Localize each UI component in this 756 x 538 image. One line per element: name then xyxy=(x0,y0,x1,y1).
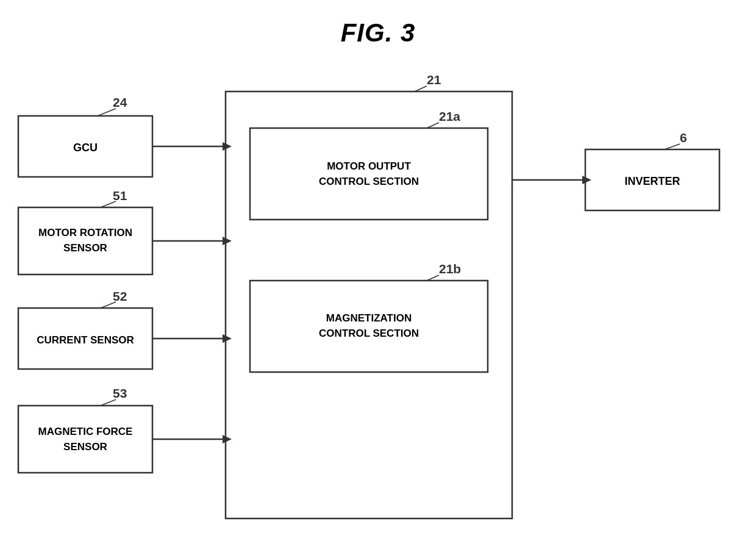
svg-text:6: 6 xyxy=(680,131,687,145)
svg-line-20 xyxy=(415,86,427,91)
svg-rect-18 xyxy=(226,91,512,518)
svg-text:GCU: GCU xyxy=(73,142,98,154)
svg-line-25 xyxy=(427,123,439,128)
diagram-area: GCU 24 MOTOR ROTATION SENSOR 51 CURRENT … xyxy=(0,55,756,538)
svg-text:SENSOR: SENSOR xyxy=(63,441,107,453)
svg-text:CONTROL SECTION: CONTROL SECTION xyxy=(319,176,419,187)
svg-text:53: 53 xyxy=(113,386,127,400)
svg-rect-9 xyxy=(18,308,152,369)
svg-text:51: 51 xyxy=(113,188,127,203)
svg-text:21: 21 xyxy=(427,73,441,87)
svg-rect-0 xyxy=(18,116,152,177)
svg-line-17 xyxy=(101,400,116,406)
svg-text:21a: 21a xyxy=(439,109,460,123)
svg-marker-42 xyxy=(223,435,232,443)
svg-text:SENSOR: SENSOR xyxy=(63,242,107,254)
svg-marker-36 xyxy=(223,142,232,151)
svg-text:MOTOR ROTATION: MOTOR ROTATION xyxy=(38,227,132,239)
svg-marker-44 xyxy=(582,176,591,184)
svg-line-8 xyxy=(101,201,116,207)
svg-line-3 xyxy=(98,109,116,116)
svg-text:MAGNETIZATION: MAGNETIZATION xyxy=(326,312,412,324)
svg-text:24: 24 xyxy=(113,95,127,109)
svg-rect-21 xyxy=(250,128,488,220)
svg-text:MAGNETIC FORCE: MAGNETIC FORCE xyxy=(38,426,133,437)
svg-text:52: 52 xyxy=(113,289,127,303)
svg-rect-13 xyxy=(18,406,152,473)
svg-line-30 xyxy=(427,275,439,281)
svg-marker-38 xyxy=(223,237,232,245)
svg-text:CURRENT SENSOR: CURRENT SENSOR xyxy=(37,334,134,346)
figure-title: FIG. 3 xyxy=(0,0,756,48)
svg-text:MOTOR OUTPUT: MOTOR OUTPUT xyxy=(327,160,411,172)
svg-marker-40 xyxy=(223,334,232,343)
svg-rect-31 xyxy=(585,149,719,210)
svg-text:CONTROL SECTION: CONTROL SECTION xyxy=(319,328,419,339)
page: FIG. 3 GCU 24 MOTOR ROTATION SENSOR 51 C… xyxy=(0,0,756,538)
svg-line-12 xyxy=(101,302,116,308)
svg-text:21b: 21b xyxy=(439,262,461,276)
svg-rect-4 xyxy=(18,207,152,274)
svg-text:INVERTER: INVERTER xyxy=(624,175,680,187)
svg-line-34 xyxy=(665,144,680,149)
svg-rect-26 xyxy=(250,281,488,372)
diagram-svg: GCU 24 MOTOR ROTATION SENSOR 51 CURRENT … xyxy=(0,55,756,538)
